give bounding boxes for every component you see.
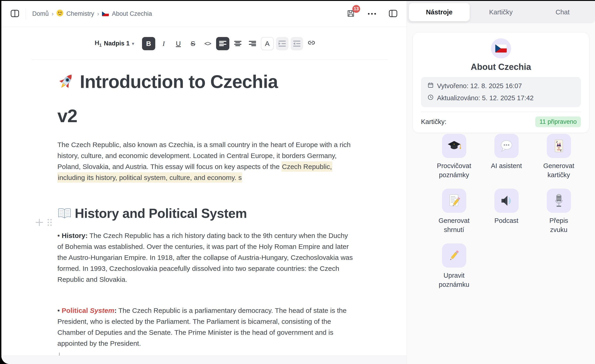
unsaved-changes-badge: 13 [352, 5, 360, 13]
code-button[interactable]: <> [201, 37, 214, 50]
history-bullet[interactable]: • History: The Czech Republic has a rich… [57, 230, 355, 285]
panel-tabbar: Nástroje Kartičky Chat [407, 1, 595, 23]
speaker-emoji-icon [494, 189, 519, 213]
breadcrumb: Domů › Chemistry › About Czechia [32, 10, 152, 18]
tool-generate-flashcards[interactable]: J J Generovat kartičky [532, 134, 585, 189]
ellipsis-icon [368, 13, 369, 15]
tool-generate-summary[interactable]: Generovat shrnutí [428, 189, 480, 243]
editor-pane: Domů › Chemistry › About Czechia [1, 1, 407, 364]
updated-text: Aktualizováno: 5. 12. 2025 17:42 [437, 94, 533, 102]
tool-label: Procvičovat poznámky [435, 161, 473, 179]
tool-label: AI asistent [491, 161, 522, 170]
political-label-red: Political [62, 307, 90, 314]
tab-karticky[interactable]: Kartičky [471, 3, 531, 21]
format-toolbar-row: H1 Nadpis 1 ▾ B I U S <> A [1, 27, 407, 60]
editor-footer-strip [1, 356, 407, 364]
history-section-heading[interactable]: History and Political System [57, 205, 355, 223]
outdent-button[interactable] [291, 37, 303, 50]
joker-card-emoji-icon: J J [547, 134, 571, 158]
flashcards-row: Kartičky: 11 připraveno [421, 112, 581, 127]
align-right-button[interactable] [246, 37, 259, 50]
document-title-text-2: v2 [57, 106, 77, 126]
pencil-emoji-icon [442, 243, 466, 268]
flashcards-ready-badge: 11 připraveno [535, 117, 581, 127]
add-block-button[interactable] [35, 218, 43, 227]
bullet-marker: • [57, 232, 62, 239]
note-title: About Czechia [413, 62, 589, 72]
political-bullet[interactable]: • Political System: The Czech Republic i… [57, 305, 355, 349]
bold-button[interactable]: B [142, 37, 155, 50]
tool-edit-note[interactable]: Upravit poznámku [428, 243, 480, 298]
rocket-emoji-icon [57, 68, 76, 100]
calendar-icon [427, 82, 434, 90]
document-title[interactable]: Introduction to Czechia v2 [57, 66, 355, 132]
heading-style-dropdown[interactable]: H1 Nadpis 1 ▾ [93, 37, 136, 50]
tool-label: Generovat shrnutí [435, 216, 473, 234]
tool-label: Generovat kartičky [540, 161, 578, 179]
text-color-button[interactable]: A [261, 37, 274, 50]
czech-flag-icon [495, 44, 507, 53]
breadcrumb-subject[interactable]: Chemistry [66, 10, 94, 17]
align-left-icon [219, 41, 226, 47]
memo-emoji-icon [442, 189, 466, 213]
align-right-icon [249, 41, 256, 47]
topbar-divider [26, 9, 26, 19]
tab-chat[interactable]: Chat [532, 3, 593, 21]
history-bullet-label: History: [62, 232, 88, 239]
heading-style-label: Nadpis 1 [104, 40, 130, 47]
chevron-down-icon: ▾ [132, 41, 134, 46]
italic-button[interactable]: I [157, 37, 170, 50]
sidebar-right-toggle-icon [389, 10, 397, 18]
sidebar-left-toggle-button[interactable] [10, 9, 20, 19]
history-section-title: History and Political System [75, 206, 247, 220]
align-left-button[interactable] [216, 37, 229, 50]
document-title-text: Introduction to Czechia [80, 71, 278, 92]
intro-paragraph[interactable]: The Czech Republic, also known as Czechi… [57, 139, 355, 183]
topbar-actions: 13 [346, 9, 398, 19]
more-options-button[interactable] [366, 11, 378, 16]
tool-audio-transcription[interactable]: Přepis zvuku [532, 189, 585, 243]
tools-grid: Procvičovat poznámky AI asistent [428, 134, 585, 298]
link-button[interactable] [305, 37, 318, 50]
updated-row: Aktualizováno: 5. 12. 2025 17:42 [427, 94, 574, 102]
political-label-red-italic: System [90, 307, 114, 314]
czech-flag-icon [102, 11, 109, 16]
align-center-icon [234, 41, 241, 47]
note-icon-avatar [491, 38, 511, 58]
outdent-icon [293, 41, 300, 47]
microphone-emoji-icon [547, 189, 571, 213]
tool-label: Podcast [494, 216, 518, 225]
note-info-card: About Czechia Vytvořeno: 12. 8. 2025 16:… [412, 32, 589, 133]
breadcrumb-home[interactable]: Domů [32, 10, 49, 17]
tool-podcast[interactable]: Podcast [480, 189, 532, 243]
sidebar-right-toggle-button[interactable] [388, 9, 398, 19]
document-body: Introduction to Czechia v2 The Czech Rep… [57, 60, 355, 364]
sidebar-left-toggle-icon [11, 10, 19, 18]
tool-label: Přepis zvuku [540, 216, 578, 234]
breadcrumb-page[interactable]: About Czechia [112, 10, 152, 17]
drag-handle-icon[interactable] [48, 219, 52, 226]
tool-label: Upravit poznámku [435, 271, 473, 289]
block-hover-controls [35, 218, 52, 227]
tool-practice-notes[interactable]: Procvičovat poznámky [428, 134, 480, 189]
history-bullet-text: The Czech Republic has a rich history da… [57, 232, 353, 283]
tool-ai-assistant[interactable]: AI asistent [480, 134, 532, 189]
created-text: Vytvořeno: 12. 8. 2025 16:07 [437, 82, 522, 90]
heading-1-icon: H1 [95, 39, 101, 48]
app-window: Domů › Chemistry › About Czechia [1, 1, 595, 364]
align-center-button[interactable] [232, 37, 244, 50]
flashcards-label: Kartičky: [421, 118, 446, 126]
underline-button[interactable]: U [172, 37, 184, 50]
tools-panel: Nástroje Kartičky Chat About Czechia [407, 1, 595, 364]
breadcrumb-separator: › [52, 11, 54, 17]
bullet-marker: • [57, 307, 62, 314]
indent-button[interactable] [276, 37, 288, 50]
breadcrumb-separator: › [97, 11, 99, 17]
tab-nastroje[interactable]: Nástroje [409, 3, 470, 21]
strikethrough-button[interactable]: S [187, 37, 199, 50]
clock-icon [427, 94, 434, 102]
svg-text:J: J [556, 140, 558, 143]
smiley-emoji-icon [57, 10, 63, 18]
political-colon: : [114, 307, 117, 314]
format-toolbar: H1 Nadpis 1 ▾ B I U S <> A [93, 27, 318, 60]
